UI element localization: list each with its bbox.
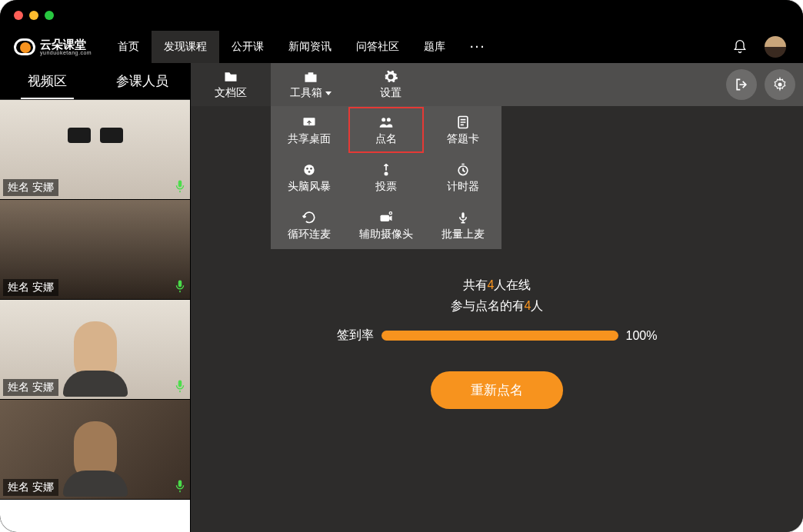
svg-rect-13 <box>461 212 464 218</box>
answer-card-icon <box>455 115 471 130</box>
docs-label: 文档区 <box>215 86 247 100</box>
progress-row: 签到率 100% <box>337 328 658 344</box>
logo-subtitle: yunduoketang.com <box>40 50 92 55</box>
minimize-icon[interactable] <box>29 11 38 20</box>
nav-items: 首页 发现课程 公开课 新闻资讯 问答社区 题库 ··· <box>105 31 498 63</box>
avatar[interactable] <box>765 36 786 58</box>
folder-icon <box>222 69 239 85</box>
nav-news[interactable]: 新闻资讯 <box>276 31 344 63</box>
timer-icon <box>455 162 471 178</box>
dd-answer-card[interactable]: 答题卡 <box>425 106 501 154</box>
progress-percent: 100% <box>626 329 658 343</box>
svg-point-6 <box>306 168 308 170</box>
participant-name: 姓名 安娜 <box>3 479 58 496</box>
svg-point-5 <box>304 165 314 175</box>
dd-share-screen[interactable]: 共享桌面 <box>271 106 348 154</box>
participant-name: 姓名 安娜 <box>3 179 58 196</box>
svg-rect-11 <box>381 214 390 221</box>
vote-icon <box>378 162 395 178</box>
title-bar <box>0 0 803 31</box>
nav-more[interactable]: ··· <box>458 31 498 63</box>
app-window: 云朵课堂 yunduoketang.com 首页 发现课程 公开课 新闻资讯 问… <box>0 0 803 532</box>
brainstorm-icon <box>301 162 318 178</box>
nav-discover-courses[interactable]: 发现课程 <box>152 31 219 63</box>
tab-participants[interactable]: 参课人员 <box>95 63 191 99</box>
share-screen-icon <box>301 115 318 130</box>
top-nav-right <box>732 36 795 58</box>
empty-video-slot <box>0 500 190 532</box>
participant-name: 姓名 安娜 <box>3 379 58 396</box>
cloud-logo-icon <box>14 38 35 55</box>
rate-label: 签到率 <box>337 328 374 344</box>
toolbox-label: 工具箱 <box>290 86 332 100</box>
toolbar: 文档区 工具箱 设置 <box>191 63 803 106</box>
aux-camera-icon <box>378 210 395 225</box>
dd-brainstorm[interactable]: 头脑风暴 <box>271 154 348 201</box>
dd-roll-call[interactable]: 点名 <box>348 106 425 154</box>
gear-icon <box>382 69 399 85</box>
svg-point-2 <box>382 118 385 121</box>
video-sidebar: 视频区 参课人员 姓名 安娜 姓名 安娜 姓名 安娜 <box>0 63 191 532</box>
maximize-icon[interactable] <box>45 11 54 20</box>
video-tile[interactable]: 姓名 安娜 <box>0 300 190 400</box>
logo-text: 云朵课堂 yunduoketang.com <box>40 38 92 55</box>
svg-point-8 <box>308 171 311 173</box>
dd-vote[interactable]: 投票 <box>348 154 425 201</box>
docs-button[interactable]: 文档区 <box>191 63 271 106</box>
toolbox-icon <box>302 69 319 85</box>
svg-point-9 <box>385 171 388 175</box>
chevron-down-icon <box>325 91 332 95</box>
video-feed: 姓名 安娜 姓名 安娜 姓名 安娜 姓名 安娜 <box>0 100 190 532</box>
gear-icon <box>772 77 788 92</box>
progress-bar <box>382 331 618 341</box>
mic-on-icon[interactable] <box>173 279 187 296</box>
svg-point-0 <box>778 83 782 87</box>
online-count-line: 共有4人在线 <box>463 278 531 294</box>
close-icon[interactable] <box>14 11 23 20</box>
mic-on-icon[interactable] <box>173 179 187 196</box>
exit-icon <box>734 77 749 92</box>
exit-button[interactable] <box>726 69 757 100</box>
person-face <box>74 321 117 383</box>
dd-batch-mic[interactable]: 批量上麦 <box>425 201 501 249</box>
video-tile[interactable]: 姓名 安娜 <box>0 400 190 500</box>
batch-mic-icon <box>455 210 471 225</box>
logo-title: 云朵课堂 <box>40 38 92 50</box>
nav-home[interactable]: 首页 <box>105 31 152 63</box>
roll-call-icon <box>378 115 395 130</box>
top-nav: 云朵课堂 yunduoketang.com 首页 发现课程 公开课 新闻资讯 问… <box>0 31 803 63</box>
mic-on-icon[interactable] <box>173 479 187 496</box>
traffic-lights <box>14 11 54 20</box>
participant-name: 姓名 安娜 <box>3 279 58 296</box>
nav-question-bank[interactable]: 题库 <box>411 31 458 63</box>
svg-point-12 <box>389 211 392 214</box>
svg-point-3 <box>387 118 391 121</box>
dd-aux-camera[interactable]: 辅助摄像头 <box>348 201 425 249</box>
svg-point-7 <box>310 168 312 170</box>
nav-open-courses[interactable]: 公开课 <box>219 31 276 63</box>
settings-button[interactable]: 设置 <box>351 63 431 106</box>
video-tile[interactable]: 姓名 安娜 <box>0 100 190 200</box>
bell-icon[interactable] <box>732 39 748 55</box>
person-face <box>74 421 117 483</box>
loop-mic-icon <box>301 210 318 225</box>
person-glasses <box>68 128 123 143</box>
toolbox-dropdown: 共享桌面 点名 答题卡 头脑风暴 投票 计时器 循环连麦 辅助摄像头 <box>271 106 501 249</box>
attendance-count-line: 参与点名的有4人 <box>451 298 544 314</box>
mic-on-icon[interactable] <box>173 379 187 396</box>
settings-round-button[interactable] <box>765 69 795 100</box>
redo-rollcall-button[interactable]: 重新点名 <box>431 371 563 409</box>
logo[interactable]: 云朵课堂 yunduoketang.com <box>14 38 92 55</box>
dd-loop-mic[interactable]: 循环连麦 <box>271 201 348 249</box>
dd-timer[interactable]: 计时器 <box>425 154 501 201</box>
left-tabs: 视频区 参课人员 <box>0 63 190 100</box>
tab-video[interactable]: 视频区 <box>0 63 95 99</box>
toolbox-button[interactable]: 工具箱 <box>271 63 351 106</box>
settings-label: 设置 <box>380 86 402 100</box>
video-tile[interactable]: 姓名 安娜 <box>0 200 190 300</box>
nav-qa-community[interactable]: 问答社区 <box>344 31 411 63</box>
rollcall-panel: 共有4人在线 参与点名的有4人 签到率 100% 重新点名 <box>191 275 803 409</box>
